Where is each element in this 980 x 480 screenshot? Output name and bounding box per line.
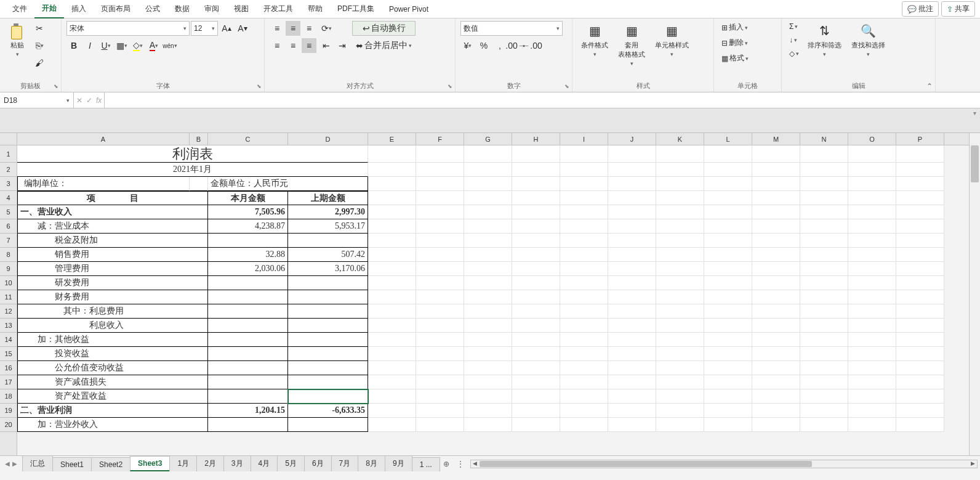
- font-launcher[interactable]: ⬊: [255, 82, 263, 91]
- period-cell[interactable]: 2021年1月: [17, 163, 368, 177]
- cell-bg[interactable]: [848, 248, 896, 262]
- cell-bg[interactable]: [752, 262, 800, 276]
- cell-bg[interactable]: [656, 163, 704, 177]
- selected-cell[interactable]: [288, 389, 368, 404]
- cell-bg[interactable]: [416, 389, 464, 404]
- cell-bg[interactable]: [800, 262, 848, 276]
- cell-bg[interactable]: [896, 219, 944, 234]
- cell-bg[interactable]: [896, 347, 944, 361]
- cell-bg[interactable]: [512, 290, 560, 304]
- cell-bg[interactable]: [656, 290, 704, 304]
- font-color-button[interactable]: A▾: [147, 38, 161, 53]
- align-left-button[interactable]: ≡: [270, 38, 284, 53]
- cut-button[interactable]: ✂: [32, 21, 47, 36]
- cell-bg[interactable]: [512, 418, 560, 432]
- data-row-prev[interactable]: [288, 418, 368, 432]
- cell-bg[interactable]: [464, 290, 512, 304]
- cell-bg[interactable]: [560, 163, 608, 177]
- cell-bg[interactable]: [464, 375, 512, 389]
- data-row-this[interactable]: [208, 319, 288, 333]
- row-head-16[interactable]: 16: [0, 361, 17, 375]
- cell-bg[interactable]: [464, 205, 512, 219]
- cell-bg[interactable]: [800, 205, 848, 219]
- cell-bg[interactable]: [896, 361, 944, 375]
- data-row-label[interactable]: 加：其他收益: [17, 333, 208, 347]
- cell-bg[interactable]: [416, 191, 464, 205]
- conditional-format-button[interactable]: ▦ 条件格式 ▾: [577, 21, 612, 59]
- cell-bg[interactable]: [800, 145, 848, 163]
- menu-item-3[interactable]: 页面布局: [94, 0, 138, 18]
- sheet-tab[interactable]: 7月: [331, 455, 359, 471]
- cell-bg[interactable]: [368, 404, 416, 418]
- collapse-ribbon-button[interactable]: ⌃: [926, 82, 933, 91]
- cell-bg[interactable]: [560, 262, 608, 276]
- data-row-this[interactable]: 7,505.96: [208, 205, 288, 219]
- cell-bg[interactable]: [416, 404, 464, 418]
- menu-item-5[interactable]: 数据: [167, 0, 197, 18]
- menu-item-7[interactable]: 视图: [227, 0, 256, 18]
- cell-bg[interactable]: [896, 248, 944, 262]
- fill-color-button[interactable]: ◇▾: [131, 38, 145, 53]
- font-size-select[interactable]: 12▾: [191, 21, 218, 36]
- cell-bg[interactable]: [608, 361, 656, 375]
- row-head-18[interactable]: 18: [0, 389, 17, 404]
- menu-item-11[interactable]: Power Pivot: [382, 1, 436, 17]
- cell-bg[interactable]: [512, 361, 560, 375]
- insert-cells-button[interactable]: ⊞插入▾: [719, 21, 750, 34]
- title-cell[interactable]: 利润表: [17, 145, 368, 163]
- cell-bg[interactable]: [608, 262, 656, 276]
- cell-bg[interactable]: [368, 145, 416, 163]
- cell-bg[interactable]: [704, 361, 752, 375]
- cell-bg[interactable]: [704, 304, 752, 319]
- cell-bg[interactable]: [464, 319, 512, 333]
- data-row-label[interactable]: 公允价值变动收益: [17, 361, 208, 375]
- percent-button[interactable]: %: [476, 38, 491, 53]
- border-button[interactable]: ▦▾: [114, 38, 129, 53]
- cell-bg[interactable]: [848, 404, 896, 418]
- cell-bg[interactable]: [896, 333, 944, 347]
- data-row-this[interactable]: [208, 304, 288, 319]
- unit-label-cell[interactable]: 金额单位：人民币元: [208, 177, 368, 191]
- cell-bg[interactable]: [704, 347, 752, 361]
- cell-bg[interactable]: [752, 290, 800, 304]
- cell-bg[interactable]: [896, 234, 944, 248]
- data-row-prev[interactable]: 507.42: [288, 248, 368, 262]
- autosum-button[interactable]: Σ▾: [787, 21, 801, 32]
- cell-bg[interactable]: [560, 276, 608, 290]
- cell-bg[interactable]: [416, 205, 464, 219]
- cell-bg[interactable]: [464, 418, 512, 432]
- sheet-tab[interactable]: 汇总: [22, 455, 53, 471]
- accept-formula-button[interactable]: ✓: [86, 96, 92, 105]
- font-family-select[interactable]: 宋体▾: [66, 21, 190, 36]
- menu-item-4[interactable]: 公式: [138, 0, 167, 18]
- cell-bg[interactable]: [656, 191, 704, 205]
- cell-bg[interactable]: [368, 177, 416, 191]
- sheet-tab[interactable]: 8月: [358, 455, 385, 471]
- sheet-tab[interactable]: Sheet3: [130, 456, 170, 471]
- cell-bg[interactable]: [800, 248, 848, 262]
- cell-bg[interactable]: [896, 191, 944, 205]
- indent-decrease-button[interactable]: ⇤: [319, 38, 334, 53]
- row-head-4[interactable]: 4: [0, 191, 17, 205]
- cell-bg[interactable]: [464, 191, 512, 205]
- cell-bg[interactable]: [800, 418, 848, 432]
- cell-bg[interactable]: [656, 418, 704, 432]
- cell-bg[interactable]: [752, 145, 800, 163]
- cell-bg[interactable]: [512, 404, 560, 418]
- cell-bg[interactable]: [848, 389, 896, 404]
- menu-item-10[interactable]: PDF工具集: [330, 0, 382, 18]
- cell-bg[interactable]: [368, 290, 416, 304]
- cell-bg[interactable]: [800, 290, 848, 304]
- cell-bg[interactable]: [752, 177, 800, 191]
- cell-bg[interactable]: [560, 347, 608, 361]
- col-head-M[interactable]: M: [752, 133, 800, 145]
- sheet-tab-menu[interactable]: ⋮: [453, 460, 468, 468]
- cell-bg[interactable]: [512, 333, 560, 347]
- cell-bg[interactable]: [704, 290, 752, 304]
- cell-bg[interactable]: [464, 234, 512, 248]
- sheet-tab[interactable]: 4月: [251, 455, 278, 471]
- col-head-B[interactable]: B: [190, 133, 208, 145]
- horizontal-scrollbar[interactable]: ◀ ▶: [470, 460, 978, 468]
- col-head-L[interactable]: L: [704, 133, 752, 145]
- copy-button[interactable]: ⎘▾: [32, 38, 47, 53]
